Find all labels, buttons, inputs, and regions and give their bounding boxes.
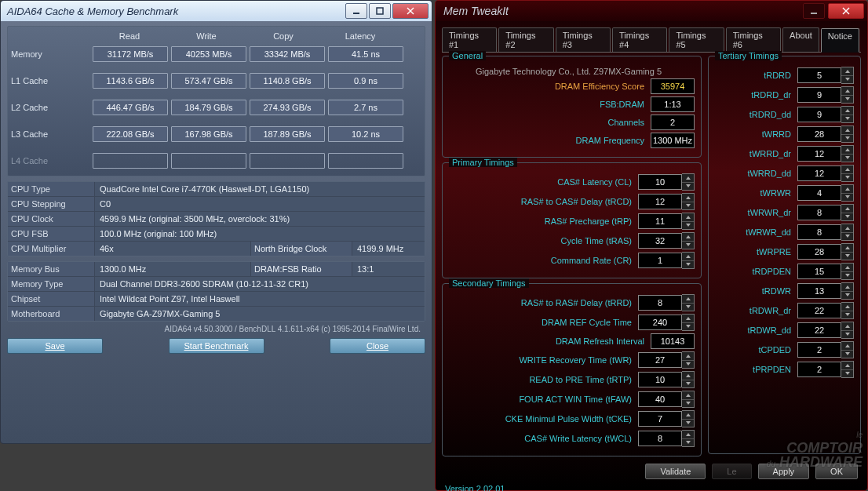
down-arrow-icon (682, 323, 694, 331)
spinner[interactable] (841, 282, 854, 300)
tfaw-value[interactable]: 40 (638, 391, 682, 407)
tab-timings-3[interactable]: Timings #3 (556, 27, 611, 52)
spinner[interactable] (841, 67, 854, 84)
twrwr_dd-value[interactable]: 8 (797, 224, 841, 240)
close-button[interactable] (392, 3, 429, 19)
cr-value[interactable]: 1 (638, 253, 682, 268)
twrpre-value[interactable]: 28 (797, 244, 841, 260)
spinner[interactable] (841, 322, 854, 339)
trdwr_dd-value[interactable]: 22 (797, 322, 841, 338)
spinner[interactable] (841, 125, 854, 143)
aida64-titlebar[interactable]: AIDA64 Cache & Memory Benchmark (1, 1, 432, 21)
memory-latency[interactable]: 41.5 ns (328, 46, 403, 62)
up-arrow-icon (841, 362, 853, 370)
down-arrow-icon (682, 439, 694, 447)
tras-value[interactable]: 32 (638, 233, 682, 249)
spinner[interactable] (841, 106, 854, 123)
spinner[interactable] (682, 430, 695, 447)
tab-timings-5[interactable]: Timings #5 (669, 27, 724, 52)
spinner[interactable] (682, 351, 695, 369)
trdrd_dd-value[interactable]: 9 (797, 107, 841, 122)
memory-read[interactable]: 31172 MB/s (93, 46, 168, 62)
row-l3: L3 Cache 222.08 GB/s 167.98 GB/s 187.89 … (11, 126, 421, 142)
trdwr_dr-value[interactable]: 22 (797, 303, 841, 318)
start-benchmark-button[interactable]: Start Benchmark (169, 338, 264, 354)
trdrd-value[interactable]: 5 (797, 67, 841, 83)
spinner[interactable] (841, 243, 854, 260)
spinner[interactable] (841, 184, 854, 202)
trrd-value[interactable]: 8 (638, 295, 682, 311)
spinner[interactable] (682, 371, 695, 388)
trdwr-value[interactable]: 13 (797, 283, 841, 299)
close-button-footer[interactable]: Close (330, 338, 425, 354)
tab-timings-6[interactable]: Timings #6 (726, 27, 781, 52)
tprpden-value[interactable]: 2 (797, 362, 841, 377)
le-button[interactable]: Le (712, 464, 751, 479)
tras-row: Cycle Time (tRAS)32 (449, 232, 695, 249)
spinner[interactable] (682, 410, 695, 427)
spinner[interactable] (682, 294, 695, 311)
memory-copy[interactable]: 33342 MB/s (250, 46, 325, 62)
maximize-button[interactable] (369, 3, 391, 19)
svg-marker-11 (686, 216, 691, 219)
spinner[interactable] (841, 224, 854, 241)
tab-timings-4[interactable]: Timings #4 (612, 27, 667, 52)
cl-value[interactable]: 10 (638, 174, 682, 190)
aida64-window: AIDA64 Cache & Memory Benchmark Read Wri… (0, 0, 432, 444)
spinner[interactable] (682, 232, 695, 249)
spinner[interactable] (841, 165, 854, 182)
trp-value[interactable]: 11 (638, 213, 682, 229)
twrwr_dr-value[interactable]: 8 (797, 205, 841, 220)
trtp-value[interactable]: 10 (638, 372, 682, 387)
spinner[interactable] (841, 302, 854, 319)
channels: 2 (651, 115, 695, 130)
spinner[interactable] (841, 204, 854, 221)
twrrd_dr-value[interactable]: 12 (797, 146, 841, 162)
tab-about[interactable]: About (782, 27, 819, 52)
spinner[interactable] (682, 213, 695, 230)
tab-notice[interactable]: Notice (821, 28, 859, 53)
svg-marker-32 (845, 78, 850, 81)
fsb-dram: 1:13 (651, 96, 695, 112)
down-arrow-icon (682, 261, 694, 269)
trefi-value[interactable]: 10143 (651, 333, 695, 349)
minimize-button[interactable] (345, 3, 367, 19)
twrrd-value[interactable]: 28 (797, 126, 841, 142)
tab-timings-1[interactable]: Timings #1 (442, 27, 497, 52)
twcl-value[interactable]: 8 (638, 431, 682, 446)
svg-marker-16 (686, 263, 691, 266)
close-button[interactable] (828, 3, 864, 19)
spinner[interactable] (841, 263, 854, 280)
svg-marker-23 (686, 374, 691, 377)
trdrd_dr-value[interactable]: 9 (797, 87, 841, 103)
trdwr-row: tRDWR13 (715, 282, 854, 300)
twrwr-value[interactable]: 4 (797, 185, 841, 201)
memtweakit-titlebar[interactable]: Mem TweakIt (436, 1, 867, 21)
spinner[interactable] (682, 252, 695, 269)
trdpden-value[interactable]: 15 (797, 264, 841, 279)
tcke-value[interactable]: 7 (638, 411, 682, 427)
trcd-value[interactable]: 12 (638, 194, 682, 209)
save-button[interactable]: Save (7, 338, 103, 354)
tab-timings-2[interactable]: Timings #2 (498, 27, 553, 52)
svg-marker-26 (686, 402, 691, 405)
twrrd_dd-value[interactable]: 12 (797, 165, 841, 181)
twr-value[interactable]: 27 (638, 352, 682, 368)
trrd-row: RAS# to RAS# Delay (tRRD)8 (449, 294, 695, 311)
spinner[interactable] (682, 314, 695, 331)
apply-button[interactable]: Apply (758, 464, 810, 479)
ok-button[interactable]: OK (815, 464, 858, 479)
tcpded-value[interactable]: 2 (797, 342, 841, 358)
down-arrow-icon (682, 222, 694, 230)
spinner[interactable] (841, 361, 854, 378)
memory-write[interactable]: 40253 MB/s (171, 46, 246, 62)
spinner[interactable] (841, 341, 854, 358)
tref-value[interactable]: 240 (638, 315, 682, 330)
spinner[interactable] (682, 391, 695, 408)
spinner[interactable] (841, 86, 854, 104)
minimize-button[interactable] (803, 3, 825, 19)
validate-button[interactable]: Validate (645, 464, 706, 479)
spinner[interactable] (682, 193, 695, 210)
spinner[interactable] (682, 173, 695, 191)
spinner[interactable] (841, 145, 854, 162)
